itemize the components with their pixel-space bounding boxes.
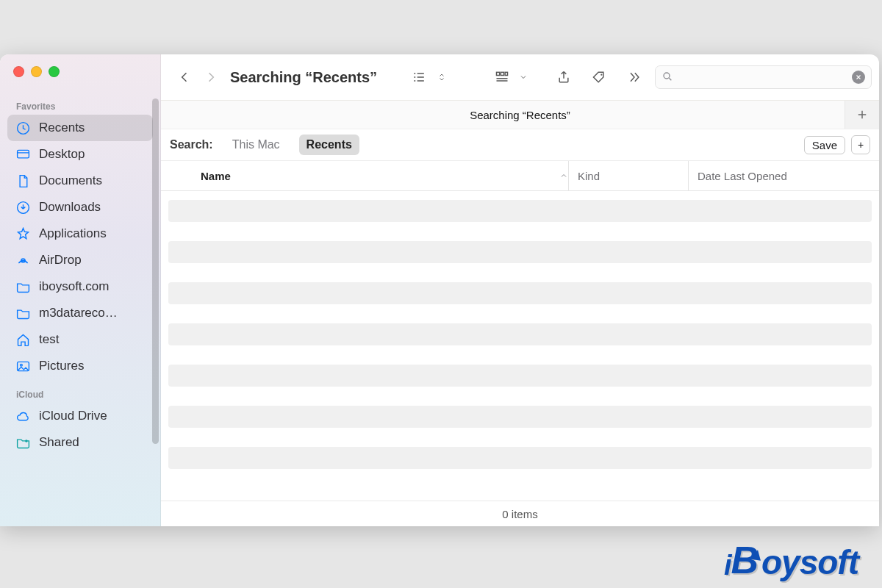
sidebar-item-label: Documents bbox=[39, 173, 102, 188]
chevron-down-icon[interactable] bbox=[517, 66, 530, 88]
cloud-icon bbox=[15, 408, 31, 424]
fullscreen-window-button[interactable] bbox=[49, 66, 60, 77]
sidebar-item-label: test bbox=[39, 332, 59, 347]
scope-recents[interactable]: Recents bbox=[299, 135, 359, 155]
sidebar-item-downloads[interactable]: Downloads bbox=[7, 194, 153, 220]
placeholder-row bbox=[168, 447, 872, 469]
svg-point-13 bbox=[600, 74, 602, 76]
document-icon bbox=[15, 173, 31, 189]
sidebar-scrollbar[interactable] bbox=[152, 98, 159, 444]
column-date[interactable]: Date Last Opened bbox=[688, 161, 870, 190]
minimize-window-button[interactable] bbox=[31, 66, 42, 77]
sort-ascending-icon bbox=[559, 170, 568, 182]
placeholder-row bbox=[168, 200, 872, 222]
droplet-icon bbox=[752, 549, 762, 561]
results-area bbox=[161, 191, 879, 501]
tags-button[interactable] bbox=[587, 66, 611, 88]
group-menu-button[interactable] bbox=[490, 66, 514, 88]
save-search-button[interactable]: Save bbox=[804, 136, 845, 154]
svg-rect-11 bbox=[501, 72, 503, 75]
sidebar-item-label: iboysoft.com bbox=[39, 279, 109, 294]
sidebar-item-shared[interactable]: Shared bbox=[7, 429, 153, 456]
close-window-button[interactable] bbox=[13, 66, 24, 77]
window-title: Searching “Recents” bbox=[230, 69, 377, 86]
nav-forward-button[interactable] bbox=[199, 66, 223, 88]
sidebar: Favorites Recents Desktop Documents bbox=[0, 54, 161, 526]
placeholder-row bbox=[168, 365, 872, 387]
svg-rect-1 bbox=[17, 150, 29, 158]
content-pane: Searching “Recents” bbox=[161, 54, 879, 526]
svg-rect-12 bbox=[505, 72, 507, 75]
column-kind-label: Kind bbox=[578, 170, 600, 182]
sidebar-item-label: iCloud Drive bbox=[39, 409, 107, 423]
pictures-icon bbox=[15, 358, 31, 374]
sidebar-item-label: m3datareco… bbox=[39, 306, 118, 320]
pathbar: Searching “Recents” bbox=[161, 101, 879, 129]
folder-icon bbox=[15, 279, 31, 295]
sidebar-item-recents[interactable]: Recents bbox=[7, 115, 153, 141]
placeholder-row bbox=[168, 241, 872, 263]
applications-icon bbox=[15, 226, 31, 242]
svg-point-6 bbox=[25, 440, 28, 442]
finder-window: Favorites Recents Desktop Documents bbox=[0, 54, 879, 526]
search-input[interactable] bbox=[678, 71, 847, 84]
svg-point-8 bbox=[414, 76, 415, 78]
folder-icon bbox=[15, 305, 31, 321]
status-text: 0 items bbox=[502, 508, 537, 520]
status-bar: 0 items bbox=[161, 501, 879, 526]
sidebar-item-documents[interactable]: Documents bbox=[7, 168, 153, 194]
add-rule-button[interactable]: + bbox=[851, 135, 870, 154]
sidebar-item-label: Applications bbox=[39, 226, 107, 241]
svg-point-7 bbox=[414, 73, 415, 74]
scope-this-mac[interactable]: This Mac bbox=[225, 135, 287, 155]
placeholder-row bbox=[168, 282, 872, 304]
sidebar-item-m3datareco[interactable]: m3datareco… bbox=[7, 300, 153, 326]
scope-label: Search: bbox=[170, 138, 213, 151]
scope-actions: Save + bbox=[804, 135, 870, 154]
placeholder-row bbox=[168, 323, 872, 345]
add-search-criteria-button[interactable] bbox=[845, 101, 879, 129]
search-icon bbox=[662, 71, 673, 85]
sidebar-item-applications[interactable]: Applications bbox=[7, 220, 153, 247]
search-field[interactable] bbox=[655, 65, 872, 89]
view-sort-icon[interactable] bbox=[434, 66, 449, 88]
sidebar-item-label: Shared bbox=[39, 435, 79, 450]
column-date-label: Date Last Opened bbox=[698, 170, 787, 182]
view-list-button[interactable] bbox=[408, 66, 431, 88]
clock-icon bbox=[15, 120, 31, 136]
sidebar-item-desktop[interactable]: Desktop bbox=[7, 141, 153, 168]
sidebar-icloud-list: iCloud Drive Shared bbox=[0, 403, 160, 456]
overflow-button[interactable] bbox=[623, 66, 646, 88]
watermark-logo: iBoysoft bbox=[724, 541, 858, 579]
desktop-icon bbox=[15, 146, 31, 162]
sidebar-item-iboysoft[interactable]: iboysoft.com bbox=[7, 273, 153, 300]
downloads-icon bbox=[15, 199, 31, 215]
column-name[interactable]: Name bbox=[170, 170, 568, 182]
share-button[interactable] bbox=[552, 66, 576, 88]
column-name-label: Name bbox=[201, 170, 231, 182]
sidebar-item-label: Desktop bbox=[39, 147, 85, 162]
airdrop-icon bbox=[15, 252, 31, 268]
scope-bar: Search: This Mac Recents Save + bbox=[161, 129, 879, 161]
sidebar-item-airdrop[interactable]: AirDrop bbox=[7, 247, 153, 273]
svg-point-14 bbox=[664, 73, 670, 79]
toolbar: Searching “Recents” bbox=[161, 54, 879, 101]
sidebar-item-label: AirDrop bbox=[39, 253, 82, 268]
svg-rect-10 bbox=[497, 72, 500, 75]
sidebar-item-pictures[interactable]: Pictures bbox=[7, 353, 153, 379]
sidebar-favorites-list: Recents Desktop Documents Downloads bbox=[0, 115, 160, 379]
clear-search-button[interactable] bbox=[852, 71, 865, 84]
sidebar-item-label: Recents bbox=[39, 121, 85, 135]
window-controls bbox=[0, 54, 160, 91]
sidebar-item-label: Downloads bbox=[39, 200, 101, 215]
sidebar-item-icloud-drive[interactable]: iCloud Drive bbox=[7, 403, 153, 429]
sidebar-item-label: Pictures bbox=[39, 359, 84, 373]
sidebar-item-test[interactable]: test bbox=[7, 326, 153, 353]
placeholder-row bbox=[168, 406, 872, 428]
column-headers: Name Kind Date Last Opened bbox=[161, 161, 879, 191]
column-kind[interactable]: Kind bbox=[568, 161, 688, 190]
pathbar-text: Searching “Recents” bbox=[470, 109, 570, 121]
shared-folder-icon bbox=[15, 434, 31, 451]
svg-point-5 bbox=[20, 364, 22, 366]
nav-back-button[interactable] bbox=[173, 66, 196, 88]
